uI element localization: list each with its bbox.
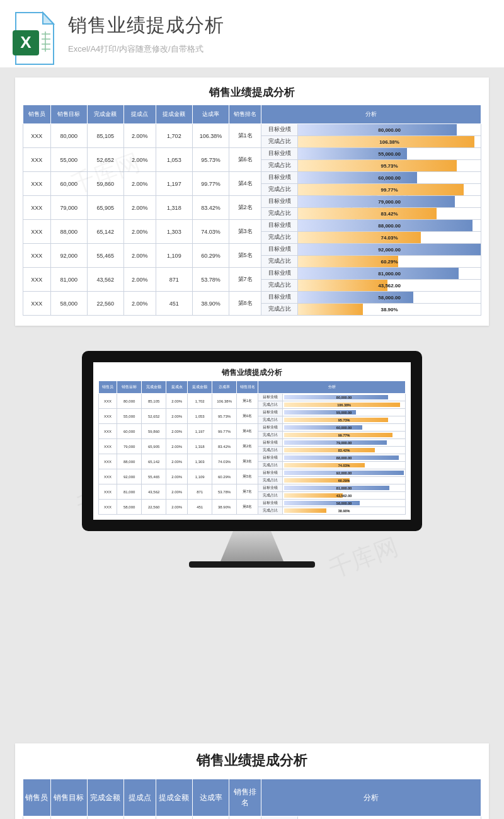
target-bar: 60,000.00 (283, 424, 406, 432)
table-row: XXX 60,000 59,860 2.00% 1,197 99.77% 第4名… (99, 424, 406, 432)
col-header: 完成金额 (142, 381, 166, 394)
col-header: 销售目标 (50, 105, 87, 124)
col-header: 完成金额 (87, 779, 123, 816)
cell-rank: 第4名 (237, 424, 258, 439)
table-row: XXX 79,000 65,905 2.00% 1,318 83.42% 第2名… (99, 439, 406, 447)
cell-rank: 第7名 (229, 268, 261, 292)
table-row: XXX 81,000 43,562 2.00% 871 53.78% 第7名 目… (99, 484, 406, 492)
target-bar: 88,000.00 (298, 220, 481, 232)
cell-target: 60,000 (50, 172, 87, 196)
cell-commission: 1,702 (156, 816, 192, 820)
cell-achieve: 95.73% (192, 148, 229, 172)
cell-name: XXX (99, 454, 117, 469)
excel-x-icon: X (20, 33, 32, 52)
cell-name: XXX (23, 124, 51, 148)
cell-commission: 1,303 (156, 220, 192, 244)
cell-commission: 1,303 (188, 454, 212, 469)
table-row: XXX 88,000 65,142 2.00% 1,303 74.03% 第3名… (99, 454, 406, 462)
cell-target: 55,000 (50, 148, 87, 172)
table-row: XXX 58,000 22,560 2.00% 451 38.90% 第8名 目… (23, 292, 481, 304)
col-header: 提成点 (123, 105, 156, 124)
cell-name: XXX (99, 469, 117, 484)
cell-rank: 第8名 (229, 292, 261, 316)
cell-name: XXX (99, 409, 117, 424)
cell-rate-pt: 2.00% (123, 268, 156, 292)
sheet-title: 销售业绩提成分析 (23, 85, 481, 100)
cell-commission: 1,702 (156, 124, 192, 148)
cell-rate-pt: 2.00% (166, 500, 188, 515)
cell-target: 81,000 (50, 268, 87, 292)
cell-rate-pt: 2.00% (123, 816, 156, 820)
cell-done: 52,652 (87, 148, 123, 172)
ratio-bar: 99.77% (283, 432, 406, 439)
excel-file-icon: X (13, 11, 57, 67)
monitor-stand (220, 531, 284, 561)
analysis-target-label: 目标业绩 (258, 409, 283, 416)
col-header: 提成金额 (188, 381, 212, 394)
col-header: 分析 (261, 105, 481, 124)
cell-commission: 871 (156, 268, 192, 292)
cell-name: XXX (99, 439, 117, 454)
ratio-bar: 99.77% (298, 184, 481, 196)
cell-rank: 第6名 (237, 409, 258, 424)
table-row: XXX 60,000 59,860 2.00% 1,197 99.77% 第4名… (23, 172, 481, 184)
target-bar: 58,000.00 (298, 292, 481, 304)
cell-target: 79,000 (50, 196, 87, 220)
cell-name: XXX (99, 394, 117, 409)
cell-rate-pt: 2.00% (166, 424, 188, 439)
analysis-ratio-label: 完成占比 (261, 232, 297, 244)
cell-target: 55,000 (117, 409, 142, 424)
analysis-target-label: 目标业绩 (261, 220, 297, 232)
cell-achieve: 99.77% (192, 172, 229, 196)
preview-card: 销售业绩提成分析 销售员销售目标完成金额提成点提成金额达成率销售排名分析 XXX… (15, 77, 489, 326)
cell-done: 65,905 (87, 196, 123, 220)
cell-done: 52,652 (142, 409, 166, 424)
cell-name: XXX (99, 424, 117, 439)
cell-rate-pt: 2.00% (166, 484, 188, 500)
ratio-bar: 74.03% (283, 462, 406, 469)
cell-name: XXX (23, 196, 51, 220)
cell-name: XXX (23, 268, 51, 292)
col-header: 销售目标 (50, 779, 87, 816)
monitor-base (189, 561, 315, 568)
analysis-ratio-label: 完成占比 (261, 208, 297, 220)
ratio-bar: 83.42% (298, 208, 481, 220)
cell-rank: 第2名 (237, 439, 258, 454)
col-header: 达成率 (212, 381, 237, 394)
target-bar: 88,000.00 (283, 454, 406, 462)
cell-done: 55,465 (87, 244, 123, 268)
cell-target: 60,000 (117, 424, 142, 439)
target-bar: 55,000.00 (298, 148, 481, 160)
cell-done: 59,860 (142, 424, 166, 439)
analysis-ratio-label: 完成占比 (261, 280, 297, 292)
col-header: 销售排名 (229, 779, 261, 816)
col-header: 提成点 (166, 381, 188, 394)
analysis-ratio-label: 完成占比 (261, 184, 297, 196)
cell-commission: 871 (188, 484, 212, 500)
table-row: XXX 80,000 85,105 2.00% 1,702 106.38% 第1… (99, 394, 406, 401)
target-bar: 92,000.00 (298, 244, 481, 256)
analysis-target-label: 目标业绩 (258, 469, 283, 477)
ratio-bar: 83.42% (283, 447, 406, 454)
table-row: XXX 55,000 52,652 2.00% 1,053 95.73% 第6名… (99, 409, 406, 416)
cell-rank: 第1名 (229, 816, 261, 820)
cell-target: 88,000 (117, 454, 142, 469)
cell-achieve: 38.90% (192, 292, 229, 316)
cell-achieve: 74.03% (212, 454, 237, 469)
cell-rate-pt: 2.00% (166, 409, 188, 424)
analysis-target-label: 目标业绩 (261, 148, 297, 160)
cell-rank: 第6名 (229, 148, 261, 172)
cell-rank: 第2名 (229, 196, 261, 220)
analysis-target-label: 目标业绩 (261, 292, 297, 304)
target-bar: 79,000.00 (298, 196, 481, 208)
cell-commission: 1,318 (188, 439, 212, 454)
ratio-bar: 38.90% (283, 507, 406, 515)
cell-target: 88,000 (50, 220, 87, 244)
target-bar: 60,000.00 (298, 172, 481, 184)
cell-target: 79,000 (117, 439, 142, 454)
cell-rate-pt: 2.00% (123, 244, 156, 268)
cell-rate-pt: 2.00% (166, 469, 188, 484)
analysis-ratio-label: 完成占比 (258, 432, 283, 439)
target-bar: 92,000.00 (283, 469, 406, 477)
analysis-target-label: 目标业绩 (258, 394, 283, 401)
